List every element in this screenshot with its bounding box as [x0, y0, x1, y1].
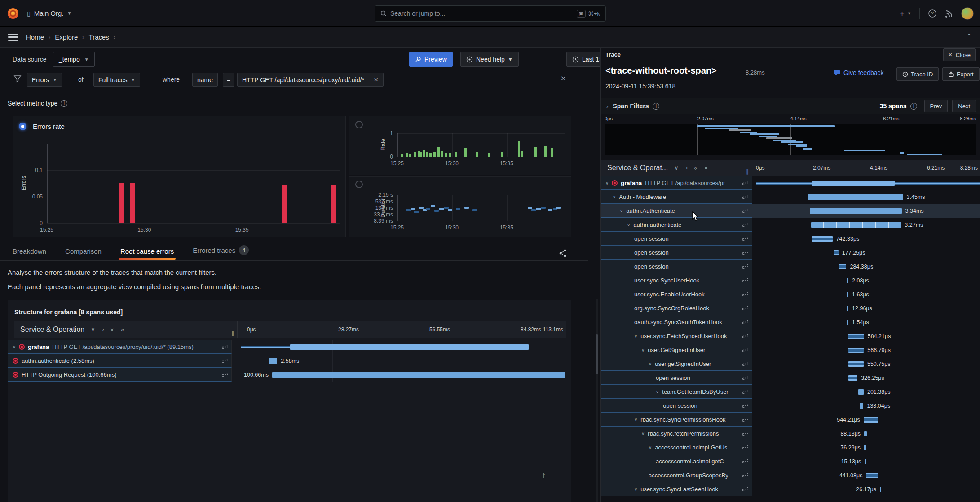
span-link-icon[interactable] [742, 319, 748, 325]
metric-radio-rate[interactable] [355, 121, 363, 128]
row-chevron-icon[interactable]: ∨ [641, 431, 645, 436]
span-name-cell[interactable]: org.sync.SyncOrgRolesHook [601, 301, 752, 315]
span-timeline-cell[interactable] [752, 176, 980, 190]
span-timeline-cell[interactable]: 100.66ms [232, 368, 571, 382]
span-link-icon[interactable] [742, 208, 748, 214]
span-name-cell[interactable]: ∨authn.authenticate [601, 218, 752, 232]
span-row[interactable]: ∨authn.authenticate3.27ms [601, 218, 980, 232]
span-link-icon[interactable] [742, 333, 748, 339]
span-name-cell[interactable]: ∨user.GetSignedInUser [601, 343, 752, 357]
collapse-chevron-up-icon[interactable]: ⌃ [966, 32, 972, 40]
expand-all-icon[interactable]: » [704, 164, 707, 171]
preview-button[interactable]: Preview [409, 52, 453, 67]
tab-comparison[interactable]: Comparison [65, 247, 102, 260]
span-timeline-cell[interactable]: 326.25μs [752, 371, 980, 385]
row-chevron-icon[interactable]: ∨ [627, 222, 630, 227]
column-resize-handle[interactable]: ∥ [746, 168, 749, 175]
span-link-icon[interactable] [742, 445, 748, 450]
span-link-icon[interactable] [742, 222, 748, 228]
breadcrumb-item-traces[interactable]: Traces [89, 33, 109, 41]
span-timeline-cell[interactable]: 12.96μs [752, 301, 980, 315]
span-name-cell[interactable]: accesscontrol.GroupScopesBy [601, 468, 752, 482]
span-name-cell[interactable]: ∨user.getSignedInUser [601, 357, 752, 371]
span-name-cell[interactable]: accesscontrol.acimpl.getC [601, 454, 752, 468]
span-row[interactable]: open session742.33μs [601, 232, 980, 246]
span-link-icon[interactable] [742, 277, 748, 283]
clear-filters-icon[interactable]: ✕ [561, 75, 566, 83]
span-row[interactable]: ∨user.sync.FetchSyncedUserHook584.21μs [601, 329, 980, 343]
span-name-cell[interactable]: HTTP Outgoing Request (100.66ms) [8, 368, 232, 382]
row-chevron-icon[interactable]: ∨ [13, 344, 16, 349]
span-name-cell[interactable]: ∨accesscontrol.acimpl.GetUs [601, 440, 752, 454]
span-row[interactable]: ∨grafanaHTTP GET /api/datasources/proxy/… [8, 340, 571, 354]
export-button[interactable]: Export [942, 67, 980, 81]
expand-one-icon[interactable]: › [102, 326, 104, 333]
span-name-cell[interactable]: ∨team.GetTeamIDsByUser [601, 385, 752, 399]
row-chevron-icon[interactable]: ∨ [634, 487, 637, 492]
span-bar[interactable] [269, 358, 278, 364]
span-bar[interactable] [880, 487, 881, 492]
span-row[interactable]: org.sync.SyncOrgRolesHook12.96μs [601, 301, 980, 315]
trace-id-button[interactable]: Trace ID [896, 67, 939, 81]
filter-key[interactable]: name [192, 73, 218, 87]
span-name-cell[interactable]: ∨user.sync.SyncLastSeenHook [601, 482, 752, 496]
span-timeline-cell[interactable]: 201.38μs [752, 385, 980, 399]
datasource-picker[interactable]: _tempo ▼ [53, 52, 95, 67]
span-link-icon[interactable] [742, 347, 748, 353]
row-chevron-icon[interactable]: ∨ [634, 334, 637, 339]
span-bar[interactable] [864, 417, 878, 423]
span-row[interactable]: authn.authenticate (2.58ms)2.58ms [8, 354, 571, 368]
span-row[interactable]: user.sync.SyncUserHook2.08μs [601, 273, 980, 287]
span-bar[interactable] [834, 250, 839, 255]
span-name-cell[interactable]: ∨grafanaHTTP GET /api/datasources/pr [601, 176, 752, 190]
expand-all-icon[interactable]: » [121, 326, 124, 333]
search-input[interactable]: Search or jump to... ▣ ⌘+k [375, 5, 606, 22]
span-name-cell[interactable]: ∨grafanaHTTP GET /api/datasources/proxy/… [8, 340, 232, 354]
span-row[interactable]: ∨rbac.sync.SyncPermissionsHook544.21μs [601, 413, 980, 427]
span-name-cell[interactable]: ∨rbac.sync.fetchPermissions [601, 427, 752, 440]
span-timeline-cell[interactable]: 742.33μs [752, 232, 980, 246]
span-timeline-cell[interactable]: 88.13μs [752, 427, 980, 440]
span-bar[interactable] [808, 194, 903, 200]
scrollbar-thumb[interactable] [596, 334, 598, 374]
metric-radio-errors-rate[interactable] [19, 123, 26, 130]
filter-field-select[interactable]: Errors▼ [27, 73, 62, 87]
span-bar[interactable] [847, 278, 848, 283]
span-name-cell[interactable]: ∨authn.Authenticate [601, 204, 752, 218]
span-timeline-cell[interactable]: 26.17μs [752, 482, 980, 496]
span-row[interactable]: ∨grafanaHTTP GET /api/datasources/pr [601, 176, 980, 190]
tab-root-cause-errors[interactable]: Root cause errors [120, 247, 174, 260]
span-row[interactable]: ∨accesscontrol.acimpl.GetUs76.29μs [601, 440, 980, 454]
news-rss-icon[interactable] [945, 9, 953, 18]
span-row[interactable]: HTTP Outgoing Request (100.66ms)100.66ms [8, 368, 571, 382]
row-chevron-icon[interactable]: ∨ [649, 361, 652, 366]
breadcrumb-item-home[interactable]: Home [26, 33, 44, 41]
span-name-cell[interactable]: open session [601, 371, 752, 385]
expand-chevron-icon[interactable]: › [606, 103, 608, 110]
span-link-icon[interactable] [742, 194, 748, 200]
span-link-icon[interactable] [742, 264, 748, 269]
span-link-icon[interactable] [742, 305, 748, 311]
span-link-icon[interactable] [742, 417, 748, 423]
metric-radio-duration[interactable] [355, 181, 363, 188]
span-name-cell[interactable]: ∨user.sync.FetchSyncedUserHook [601, 329, 752, 343]
help-icon[interactable]: ? [928, 9, 937, 18]
span-bar[interactable] [812, 236, 833, 242]
span-timeline-cell[interactable]: 76.29μs [752, 440, 980, 454]
rate-panel[interactable]: Rate1015:2515:3015:35 [349, 116, 571, 175]
span-timeline-cell[interactable]: 584.21μs [752, 329, 980, 343]
span-bar[interactable] [866, 473, 878, 478]
filter-value-pill[interactable]: HTTP GET /api/datasources/proxy/uid/:uid… [237, 73, 384, 87]
span-link-icon[interactable] [742, 236, 748, 242]
span-timeline-cell[interactable]: 441.08μs [752, 468, 980, 482]
trace-minimap[interactable]: 0μs2.07ms4.14ms6.21ms8.28ms [605, 116, 976, 155]
span-link-icon[interactable] [742, 250, 748, 255]
span-row[interactable]: open session133.04μs [601, 399, 980, 413]
span-row[interactable]: oauth.sync.SyncOauthTokenHook1.54μs [601, 315, 980, 329]
span-row[interactable]: accesscontrol.GroupScopesBy441.08μs [601, 468, 980, 482]
span-timeline-cell[interactable]: 1.63μs [752, 287, 980, 301]
span-link-icon[interactable] [742, 180, 748, 186]
span-timeline-cell[interactable]: 3.45ms [752, 190, 980, 204]
span-row[interactable]: ∨authn.Authenticate3.34ms [601, 204, 980, 218]
span-bar[interactable] [858, 389, 864, 395]
